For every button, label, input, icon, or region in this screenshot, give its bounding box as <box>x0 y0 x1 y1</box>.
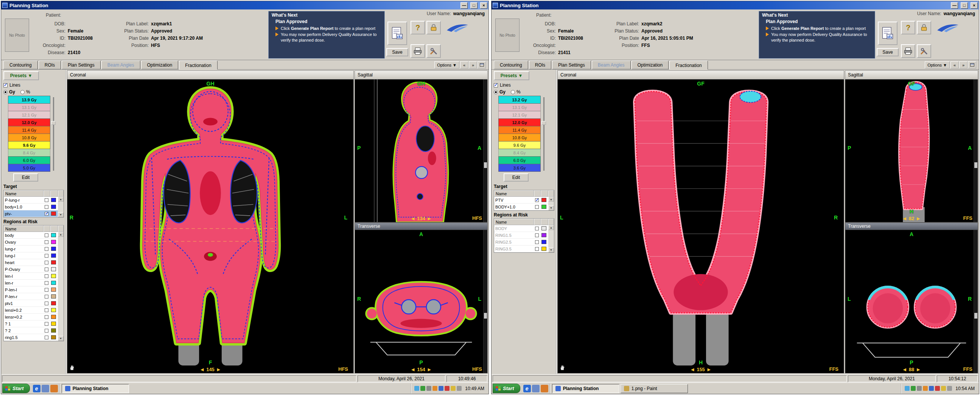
dose-level-row[interactable]: 10.8 Gy <box>498 134 541 142</box>
tray-icon[interactable] <box>935 386 940 391</box>
visibility-checkbox[interactable] <box>535 205 539 209</box>
dose-level-row[interactable]: 9.6 Gy <box>498 141 541 149</box>
start-button[interactable]: Start <box>493 384 520 393</box>
dose-level-row[interactable]: 11.4 Gy <box>8 126 50 134</box>
dose-level-row[interactable]: 9.6 Gy <box>8 141 50 149</box>
tools-button[interactable] <box>426 44 441 58</box>
tab[interactable]: Fractionation <box>179 61 217 70</box>
tab[interactable]: Optimization <box>632 61 669 69</box>
start-button[interactable]: Start <box>2 384 30 393</box>
sagittal-viewport[interactable]: GF P A H ◀82▶ FFS <box>845 80 978 223</box>
tray-icon[interactable] <box>917 386 922 391</box>
dose-level-row[interactable]: 13.9 Gy <box>8 96 50 104</box>
taskbar-task[interactable]: Planning Station <box>552 384 619 393</box>
prev-layout-button[interactable]: « <box>950 61 959 68</box>
color-swatch[interactable] <box>51 315 56 319</box>
color-swatch[interactable] <box>51 295 56 298</box>
rar-row[interactable]: body <box>4 232 58 239</box>
prev-slice-arrow[interactable]: ◀ <box>411 217 414 221</box>
quick-launch-icon[interactable] <box>532 385 539 392</box>
slice-slider[interactable] <box>483 230 487 373</box>
layout-button[interactable] <box>477 61 486 68</box>
prev-slice-arrow[interactable]: ◀ <box>411 367 414 371</box>
dose-level-row[interactable]: 13.1 Gy <box>498 103 541 111</box>
taskbar-task[interactable]: Planning Station <box>62 384 129 393</box>
presets-button[interactable]: Presets ▼ <box>3 71 39 80</box>
target-scrollbar[interactable]: ▲▼ <box>548 197 554 210</box>
tray-icon[interactable] <box>414 386 419 391</box>
save-button[interactable]: Save <box>386 48 408 56</box>
layout-button[interactable] <box>968 61 976 68</box>
slider-thumb[interactable] <box>51 121 56 125</box>
rar-row[interactable]: P-Ovary <box>4 266 58 273</box>
color-swatch[interactable] <box>51 205 56 209</box>
visibility-checkbox[interactable] <box>45 288 48 292</box>
prev-slice-arrow[interactable]: ◀ <box>903 217 906 221</box>
visibility-checkbox[interactable] <box>45 212 48 216</box>
slider-thumb[interactable] <box>484 313 487 319</box>
save-button[interactable]: Save <box>877 48 899 56</box>
tray-icon[interactable] <box>905 386 910 391</box>
dose-level-row[interactable]: 12.1 Gy <box>8 111 50 119</box>
scroll-up-icon[interactable]: ▲ <box>548 225 554 230</box>
tab[interactable]: Beam Angles <box>102 61 140 69</box>
slider-thumb[interactable] <box>974 162 977 168</box>
tray-icon[interactable] <box>911 386 916 391</box>
dose-slider[interactable] <box>50 96 56 172</box>
tray-icon[interactable] <box>433 386 438 391</box>
rar-row[interactable]: RING2.5 <box>494 239 548 245</box>
scroll-track[interactable] <box>548 230 554 247</box>
rar-row[interactable]: BODY <box>494 225 548 232</box>
rar-row[interactable]: Ovary <box>4 239 58 245</box>
dose-level-row[interactable]: 11.4 Gy <box>498 126 541 134</box>
visibility-checkbox[interactable] <box>45 295 48 298</box>
prev-slice-arrow[interactable]: ◀ <box>200 367 204 371</box>
print-button[interactable] <box>901 44 915 58</box>
tab[interactable]: Plan Settings <box>62 61 101 69</box>
help-button[interactable]: ? <box>410 21 425 34</box>
presets-button[interactable]: Presets ▼ <box>494 71 529 80</box>
color-swatch[interactable] <box>51 233 56 237</box>
close-button[interactable]: × <box>480 2 487 9</box>
options-button[interactable]: Options ▼ <box>434 61 459 68</box>
slider-thumb[interactable] <box>484 162 487 168</box>
color-swatch[interactable] <box>541 247 546 251</box>
tray-icon[interactable] <box>426 386 431 391</box>
tab[interactable]: Contouring <box>3 61 38 69</box>
visibility-checkbox[interactable] <box>45 205 48 209</box>
quick-launch-icon[interactable]: e <box>523 385 531 392</box>
dose-level-row[interactable]: 3.6 Gy <box>498 164 541 172</box>
rar-row[interactable]: ? 2 <box>4 327 58 334</box>
minimize-button[interactable]: — <box>951 2 958 9</box>
transverse-viewport[interactable]: A R L P ◀154▶ HFS <box>355 230 488 373</box>
visibility-checkbox[interactable] <box>45 315 48 319</box>
color-swatch[interactable] <box>51 267 56 271</box>
dose-level-row[interactable]: 5.0 Gy <box>8 164 50 172</box>
color-swatch[interactable] <box>51 240 56 244</box>
dose-level-row[interactable]: 6.0 Gy <box>8 156 50 164</box>
next-slice-arrow[interactable]: ▶ <box>428 367 431 371</box>
visibility-checkbox[interactable] <box>535 240 539 244</box>
rar-row[interactable]: heart <box>4 259 58 266</box>
visibility-checkbox[interactable] <box>45 301 48 305</box>
visibility-checkbox[interactable] <box>45 336 48 339</box>
maximize-button[interactable]: □ <box>470 2 477 9</box>
color-swatch[interactable] <box>51 281 56 285</box>
percent-radio[interactable]: % <box>21 89 30 95</box>
tray-icon[interactable] <box>451 386 455 391</box>
rar-row[interactable]: lensr+0.2 <box>4 314 58 320</box>
gy-radio[interactable]: Gy <box>3 89 15 95</box>
next-slice-arrow[interactable]: ▶ <box>428 217 431 221</box>
rar-row[interactable]: P-len-r <box>4 293 58 300</box>
lines-checkbox[interactable]: Lines <box>494 82 554 89</box>
color-swatch[interactable] <box>51 198 56 202</box>
dose-level-row[interactable]: 8.4 Gy <box>8 149 50 157</box>
next-slice-arrow[interactable]: ▶ <box>217 367 220 371</box>
rar-row[interactable]: ptv1 <box>4 300 58 307</box>
slice-slider[interactable] <box>974 80 978 222</box>
visibility-checkbox[interactable] <box>45 198 48 202</box>
color-swatch[interactable] <box>51 260 56 264</box>
target-row[interactable]: PTV <box>494 197 548 204</box>
color-swatch[interactable] <box>51 328 56 333</box>
color-swatch[interactable] <box>51 335 56 339</box>
